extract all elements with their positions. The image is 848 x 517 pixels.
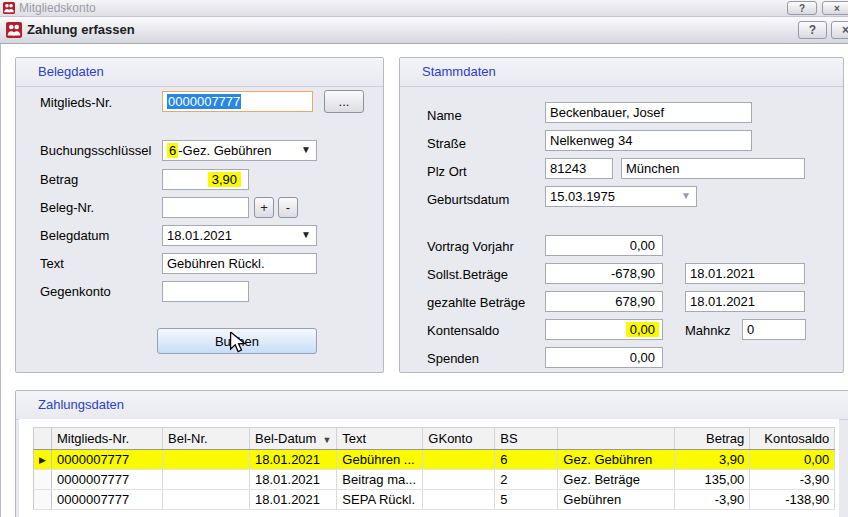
help-icon: ? xyxy=(799,3,805,14)
gezahlt-date-input[interactable]: 18.01.2021 xyxy=(685,291,805,312)
gegenkonto-input[interactable] xyxy=(162,281,249,302)
cell-bel-datum: 18.01.2021 xyxy=(250,490,337,510)
belegdatum-label: Belegdatum xyxy=(40,228,109,243)
spenden-input[interactable]: 0,00 xyxy=(545,347,663,368)
sollst-input[interactable]: -678,90 xyxy=(545,263,663,284)
combo-value: 18.01.2021 xyxy=(167,228,232,243)
geburtsdatum-combo[interactable]: 15.03.1975 ▼ xyxy=(545,186,697,207)
parent-help-button[interactable]: ? xyxy=(787,1,817,15)
cell-gkonto xyxy=(423,450,495,470)
gezahlt-label: gezahlte Beträge xyxy=(427,295,525,310)
stammdaten-groupbox: Stammdaten Name Beckenbauer, Josef Straß… xyxy=(399,57,844,373)
buchungsschluessel-combo[interactable]: 6-Gez. Gebühren ▼ xyxy=(162,140,317,161)
spenden-label: Spenden xyxy=(427,351,479,366)
gegenkonto-label: Gegenkonto xyxy=(40,284,111,299)
cell-bel-nr xyxy=(163,450,250,470)
cell-text: SEPA Rückl. xyxy=(337,490,423,510)
increment-button[interactable]: + xyxy=(254,197,274,218)
col-bel-datum[interactable]: Bel-Datum▼ xyxy=(250,428,337,450)
col-betrag[interactable]: Betrag xyxy=(675,428,750,450)
col-bel-nr[interactable]: Bel-Nr. xyxy=(163,428,250,450)
input-value: 81243 xyxy=(550,161,586,176)
input-value: 0 xyxy=(747,322,754,337)
col-text[interactable]: Text xyxy=(337,428,423,450)
ellipsis-icon: ... xyxy=(339,94,350,109)
cell-bel-datum: 18.01.2021 xyxy=(250,470,337,490)
combo-value: -Gez. Gebühren xyxy=(178,143,271,158)
chevron-down-icon: ▼ xyxy=(301,144,311,155)
help-button[interactable]: ? xyxy=(798,21,827,39)
cell-bs-text: Gez. Beträge xyxy=(558,470,675,490)
cell-mitglieds-nr: 0000007777 xyxy=(52,470,163,490)
plus-icon: + xyxy=(260,200,268,215)
browse-button[interactable]: ... xyxy=(324,90,364,113)
sollst-date-input[interactable]: 18.01.2021 xyxy=(685,263,805,284)
cell-bel-nr xyxy=(163,490,250,510)
input-value: 18.01.2021 xyxy=(690,266,755,281)
cell-text: Gebühren ... xyxy=(337,450,423,470)
mitglieds-nr-input[interactable]: 0000007777 xyxy=(162,91,313,112)
cell-kontosaldo: -138,90 xyxy=(750,490,835,510)
minus-icon: - xyxy=(286,200,290,215)
highlighted-key: 6 xyxy=(167,143,178,158)
close-button[interactable]: × xyxy=(831,21,848,39)
ort-input[interactable]: München xyxy=(621,158,805,179)
name-label: Name xyxy=(427,108,462,123)
titlebar: Zahlung erfassen ? × xyxy=(0,17,848,44)
parent-close-button[interactable]: × xyxy=(822,1,848,15)
belegdaten-groupbox: Belegdaten Mitglieds-Nr. 0000007777 ... … xyxy=(15,57,384,373)
close-icon: × xyxy=(842,23,848,37)
col-mitglieds-nr[interactable]: Mitglieds-Nr. xyxy=(52,428,163,450)
beleg-nr-input[interactable] xyxy=(162,197,249,218)
app-icon xyxy=(6,22,22,41)
input-value: Beckenbauer, Josef xyxy=(550,105,664,120)
highlighted-value: 3,90 xyxy=(208,172,241,187)
zahlungsdaten-header: Zahlungsdaten xyxy=(16,391,848,420)
mahnkz-input[interactable]: 0 xyxy=(742,319,806,340)
col-kontosaldo[interactable]: Kontosaldo xyxy=(750,428,835,450)
input-value: Gebühren Rückl. xyxy=(167,256,265,271)
belegdaten-title: Belegdaten xyxy=(16,58,383,79)
vortrag-input[interactable]: 0,00 xyxy=(545,235,663,256)
belegdaten-header: Belegdaten xyxy=(16,58,383,87)
cell-mitglieds-nr: 0000007777 xyxy=(52,490,163,510)
text-input[interactable]: Gebühren Rückl. xyxy=(162,253,317,274)
input-value: 0,00 xyxy=(630,238,655,253)
betrag-input[interactable]: 3,90 xyxy=(162,169,249,190)
strasse-label: Straße xyxy=(427,136,466,151)
col-gkonto[interactable]: GKonto xyxy=(423,428,495,450)
col-bs-text[interactable] xyxy=(558,428,675,450)
cell-bs-text: Gebühren xyxy=(558,490,675,510)
mahnkz-label: Mahnkz xyxy=(685,323,731,338)
indicator-header xyxy=(34,428,52,450)
sort-desc-icon: ▼ xyxy=(322,435,331,445)
parent-titlebar: Mitgliedskonto ? × xyxy=(0,0,848,17)
row-indicator-icon: ▶ xyxy=(34,450,52,470)
kontensaldo-input[interactable]: 0,00 xyxy=(545,319,663,340)
table-row[interactable]: 0000007777 18.01.2021 Beitrag ma... 2 Ge… xyxy=(34,470,835,490)
strasse-input[interactable]: Nelkenweg 34 xyxy=(545,130,752,151)
window-content: Belegdaten Mitglieds-Nr. 0000007777 ... … xyxy=(0,44,848,517)
cell-gkonto xyxy=(423,490,495,510)
cell-text: Beitrag ma... xyxy=(337,470,423,490)
cell-bs: 5 xyxy=(495,490,558,510)
gezahlt-input[interactable]: 678,90 xyxy=(545,291,663,312)
belegdatum-combo[interactable]: 18.01.2021 ▼ xyxy=(162,225,317,246)
name-input[interactable]: Beckenbauer, Josef xyxy=(545,102,752,123)
mitglieds-nr-label: Mitglieds-Nr. xyxy=(40,95,112,110)
table-row[interactable]: 0000007777 18.01.2021 SEPA Rückl. 5 Gebü… xyxy=(34,490,835,510)
col-bs[interactable]: BS xyxy=(495,428,558,450)
cell-bs-text: Gez. Gebühren xyxy=(558,450,675,470)
plz-ort-label: Plz Ort xyxy=(427,164,467,179)
chevron-down-icon: ▼ xyxy=(301,229,311,240)
plz-input[interactable]: 81243 xyxy=(545,158,613,179)
zahlungsdaten-groupbox: Zahlungsdaten Mitglieds-Nr. Bel-Nr. Bel-… xyxy=(15,390,848,517)
table-row-selected[interactable]: ▶ 0000007777 18.01.2021 Gebühren ... 6 G… xyxy=(34,450,835,470)
cell-bs: 2 xyxy=(495,470,558,490)
mouse-cursor xyxy=(229,332,249,356)
decrement-button[interactable]: - xyxy=(278,197,298,218)
input-value: 18.01.2021 xyxy=(690,294,755,309)
column-label: Bel-Datum xyxy=(255,431,316,446)
buchungsschluessel-label: Buchungsschlüssel xyxy=(40,143,151,158)
cell-gkonto xyxy=(423,470,495,490)
